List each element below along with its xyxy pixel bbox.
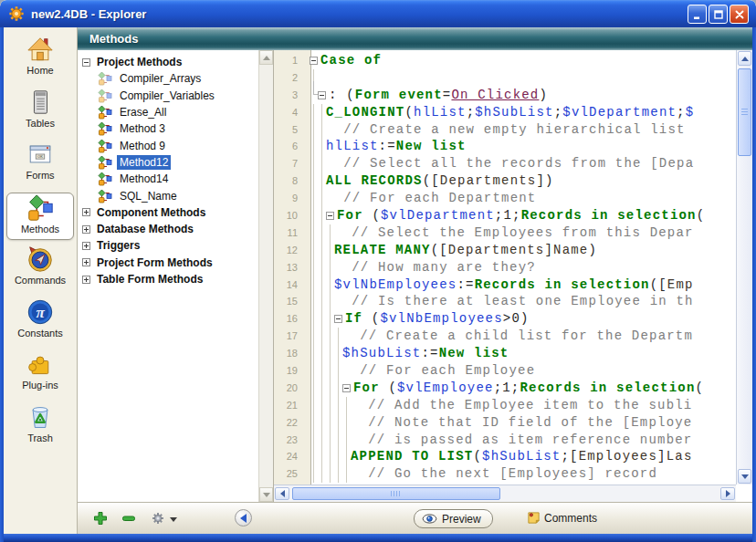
code-line-13[interactable]: 13 // How many are they? xyxy=(274,259,736,276)
tree-group-component-methods[interactable]: Component Methods xyxy=(82,204,258,221)
svg-text:OK: OK xyxy=(37,154,43,159)
tree-item-method14[interactable]: Method14 xyxy=(82,171,258,187)
code-line-6[interactable]: 6hlList:=New list xyxy=(274,138,736,155)
code-line-4[interactable]: 4C_LONGINT(hlList;$hSubList;$vlDepartmen… xyxy=(274,104,736,121)
expand-icon[interactable] xyxy=(82,242,90,250)
code-line-19[interactable]: 19 // For each Employee xyxy=(274,362,736,380)
tree-scrollbar[interactable] xyxy=(258,50,274,502)
code-text: $hSubList:=New list xyxy=(342,345,509,362)
code-line-25[interactable]: 25 // Go the next [Employees] record xyxy=(274,465,736,483)
expand-icon[interactable] xyxy=(82,225,90,234)
collapse-panel-button[interactable] xyxy=(235,509,252,526)
tree-group-database-methods[interactable]: Database Methods xyxy=(82,221,258,237)
code-line-1[interactable]: 1Case of xyxy=(274,52,736,69)
sidebar-item-forms[interactable]: OKForms xyxy=(6,140,74,187)
code-line-22[interactable]: 22 // Note that ID field of the [Employe xyxy=(274,414,736,432)
method-icon xyxy=(98,105,113,120)
code-line-7[interactable]: 7 // Select all the records from the [De… xyxy=(274,155,736,172)
code-line-12[interactable]: 12RELATE MANY([Departments]Name) xyxy=(274,242,736,259)
indent-guide xyxy=(318,259,326,276)
code-line-24[interactable]: 24APPEND TO LIST($hSubList;[Employees]La… xyxy=(274,448,736,465)
sidebar-item-trash[interactable]: Trash xyxy=(6,402,74,450)
sidebar-item-label: Tables xyxy=(26,118,55,129)
vertical-scroll-thumb[interactable] xyxy=(738,68,751,156)
tree-group-table-form-methods[interactable]: Table Form Methods xyxy=(82,271,258,287)
tree-item-sql-name[interactable]: SQL_Name xyxy=(82,187,258,203)
tree-item-compiler-variables[interactable]: Compiler_Variables xyxy=(82,88,258,104)
tree-item-method-9[interactable]: Method 9 xyxy=(82,137,258,153)
fold-collapse-icon[interactable] xyxy=(326,212,334,220)
code-line-2[interactable]: 2 xyxy=(274,69,736,87)
fold-collapse-icon[interactable] xyxy=(342,384,351,392)
code-text: If ($vlNbEmployees>0) xyxy=(345,310,530,328)
code-line-18[interactable]: 18$hSubList:=New list xyxy=(274,345,736,362)
indent-guide xyxy=(326,242,334,259)
sidebar-item-commands[interactable]: Commands xyxy=(6,245,74,292)
editor-vertical-scrollbar[interactable] xyxy=(736,50,752,485)
sidebar-item-methods[interactable]: Methods xyxy=(6,193,74,240)
code-line-10[interactable]: 10For ($vlDepartment;1;Records in select… xyxy=(274,207,736,224)
expand-icon[interactable] xyxy=(82,276,90,284)
code-line-14[interactable]: 14$vlNbEmployees:=Records in selection([… xyxy=(274,276,736,294)
scroll-left-button[interactable] xyxy=(275,487,289,500)
fold-collapse-icon[interactable] xyxy=(310,57,318,65)
tree-item-compiler-arrays[interactable]: Compiler_Arrays xyxy=(82,70,258,87)
tree-group-project-form-methods[interactable]: Project Form Methods xyxy=(82,255,258,271)
code-line-11[interactable]: 11 // Select the Employees from this Dep… xyxy=(274,224,736,242)
minimize-button[interactable] xyxy=(688,5,707,24)
sidebar-item-home[interactable]: Home xyxy=(6,35,74,82)
tree-item-method12[interactable]: Method12 xyxy=(82,154,258,171)
scroll-right-button[interactable] xyxy=(720,487,735,500)
code-line-17[interactable]: 17 // Create a child list for the Depart… xyxy=(274,328,736,345)
indent-guide xyxy=(310,259,318,276)
expand-icon[interactable] xyxy=(82,208,90,216)
sidebar-item-tables[interactable]: Tables xyxy=(6,88,74,135)
code-line-8[interactable]: 8ALL RECORDS([Departments]) xyxy=(274,172,736,190)
comments-toggle[interactable]: Comments xyxy=(527,511,597,525)
code-line-5[interactable]: 5 // Create a new empty hierarchical lis… xyxy=(274,121,736,139)
collapse-icon[interactable] xyxy=(82,58,90,67)
code-line-20[interactable]: 20For ($vlEmployee;1;Records in selectio… xyxy=(274,380,736,397)
delete-method-button[interactable] xyxy=(121,510,137,526)
title-bar[interactable]: new2.4DB - Explorer xyxy=(0,0,756,27)
code-lines[interactable]: 1Case of23: (Form event=On Clicked)4C_LO… xyxy=(274,52,736,485)
horizontal-scroll-thumb[interactable] xyxy=(292,487,500,500)
indent-guide xyxy=(310,345,318,362)
maximize-button[interactable] xyxy=(709,5,728,24)
code-line-23[interactable]: 23 // is passed as item reference number xyxy=(274,432,736,449)
indent-guide xyxy=(318,310,326,328)
scroll-down-button[interactable] xyxy=(738,469,751,484)
code-text: For ($vlDepartment;1;Records in selectio… xyxy=(337,207,705,224)
indent-guide xyxy=(334,328,342,345)
code-text: hlList:=New list xyxy=(326,138,467,155)
tree-item-label: Compiler_Variables xyxy=(117,89,217,103)
fold-collapse-icon[interactable] xyxy=(334,315,342,323)
tree-group-project-methods[interactable]: Project Methods xyxy=(82,54,258,70)
caret-down-icon[interactable] xyxy=(170,517,177,526)
close-button[interactable] xyxy=(730,5,749,24)
tree-scroll-up-button[interactable] xyxy=(259,50,273,65)
code-line-15[interactable]: 15 // Is there at least one Employee in … xyxy=(274,293,736,310)
tree-group-triggers[interactable]: Triggers xyxy=(82,237,258,254)
plus-icon xyxy=(93,511,108,526)
add-method-button[interactable] xyxy=(92,510,109,526)
tree-item-erase-all[interactable]: Erase_All xyxy=(82,104,258,120)
sidebar-item-constants[interactable]: πConstants xyxy=(6,297,74,345)
options-button[interactable] xyxy=(150,510,166,526)
sidebar-item-plug-ins[interactable]: Plug-ins xyxy=(6,349,74,397)
code-editor[interactable]: 1Case of23: (Form event=On Clicked)4C_LO… xyxy=(274,50,752,502)
expand-icon[interactable] xyxy=(82,258,90,266)
editor-horizontal-scrollbar[interactable] xyxy=(274,485,736,502)
tree-scroll-down-button[interactable] xyxy=(259,487,273,502)
tree-item-label: Erase_All xyxy=(117,105,169,120)
code-text: // Add the Employee item to the subli xyxy=(351,397,692,414)
code-line-9[interactable]: 9 // For each Department xyxy=(274,190,736,207)
code-line-16[interactable]: 16If ($vlNbEmployees>0) xyxy=(274,310,736,328)
scroll-up-button[interactable] xyxy=(738,51,751,66)
tree-item-method-3[interactable]: Method 3 xyxy=(82,120,258,137)
code-line-3[interactable]: 3: (Form event=On Clicked) xyxy=(274,87,736,104)
code-line-21[interactable]: 21 // Add the Employee item to the subli xyxy=(274,397,736,414)
code-text: // Go the next [Employees] record xyxy=(351,465,657,483)
preview-button[interactable]: Preview xyxy=(414,509,493,528)
fold-collapse-icon[interactable] xyxy=(318,91,326,99)
